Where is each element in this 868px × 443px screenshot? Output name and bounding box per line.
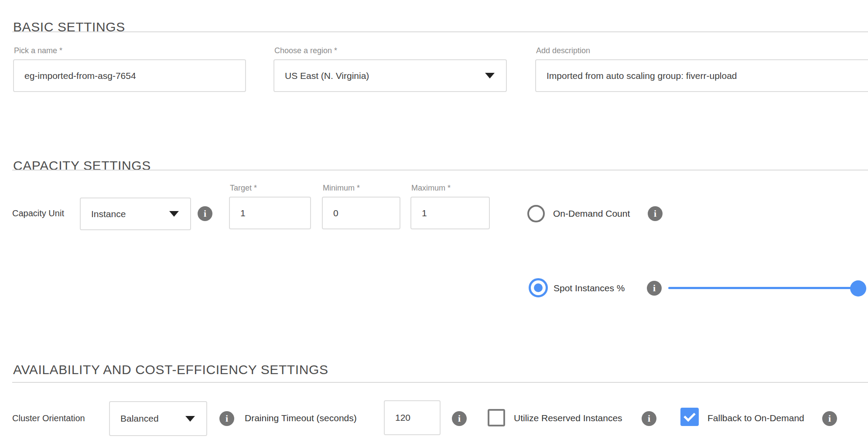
info-icon[interactable]: i <box>198 206 212 221</box>
spot-instances-label: Spot Instances % <box>554 283 625 293</box>
spot-percentage-slider-track[interactable] <box>668 287 858 289</box>
minimum-field-group: Minimum * <box>322 184 400 229</box>
capacity-unit-select[interactable]: Instance <box>80 198 191 230</box>
checkmark-icon <box>683 409 696 422</box>
maximum-input[interactable] <box>410 197 490 229</box>
maximum-field-group: Maximum * <box>410 184 490 229</box>
fallback-to-on-demand-checkbox[interactable] <box>680 408 699 426</box>
utilize-reserved-instances-checkbox[interactable] <box>488 409 505 426</box>
target-input[interactable] <box>229 197 311 229</box>
maximum-field-label: Maximum * <box>411 184 490 193</box>
capacity-settings-title: CAPACITY SETTINGS <box>13 158 151 173</box>
region-field-group: Choose a region * US East (N. Virginia) <box>273 46 507 92</box>
availability-settings-title: AVAILABILITY AND COST-EFFICIENCY SETTING… <box>13 362 328 377</box>
elastigroup-settings-page: { "colors": { "accent_blue": "#4e92f6", … <box>0 0 868 443</box>
capacity-unit-label: Capacity Unit <box>12 208 64 218</box>
description-field-label: Add description <box>536 46 868 55</box>
draining-timeout-input[interactable] <box>384 400 441 435</box>
info-icon[interactable]: i <box>452 411 467 426</box>
minimum-field-label: Minimum * <box>323 184 400 193</box>
radio-dot-icon <box>534 283 543 292</box>
section-divider <box>12 382 868 383</box>
chevron-down-icon <box>185 416 195 422</box>
info-icon[interactable]: i <box>219 411 234 426</box>
description-field-group: Add description <box>535 46 868 92</box>
section-divider <box>12 31 868 32</box>
utilize-reserved-instances-label: Utilize Reserved Instances <box>514 413 622 423</box>
cluster-orientation-select[interactable]: Balanced <box>109 401 207 436</box>
target-field-group: Target * <box>229 184 311 229</box>
on-demand-count-label: On-Demand Count <box>553 208 630 219</box>
info-icon[interactable]: i <box>647 281 662 296</box>
section-divider <box>12 170 868 170</box>
name-input[interactable] <box>13 59 246 92</box>
info-icon[interactable]: i <box>648 206 663 221</box>
fallback-to-on-demand-label: Fallback to On-Demand <box>707 413 804 423</box>
region-select[interactable]: US East (N. Virginia) <box>273 59 507 92</box>
spot-instances-radio[interactable] <box>529 278 548 297</box>
info-icon[interactable]: i <box>642 411 656 426</box>
region-select-value: US East (N. Virginia) <box>285 71 369 81</box>
name-field-group: Pick a name * <box>13 46 246 92</box>
region-field-label: Choose a region * <box>274 46 507 55</box>
capacity-unit-select-value: Instance <box>91 209 126 219</box>
chevron-down-icon <box>485 73 495 78</box>
chevron-down-icon <box>169 211 179 217</box>
description-input[interactable] <box>535 59 868 92</box>
spot-percentage-slider-thumb[interactable] <box>850 280 866 296</box>
cluster-orientation-select-value: Balanced <box>120 413 159 424</box>
draining-timeout-label: Draining Timeout (seconds) <box>245 413 357 423</box>
target-field-label: Target * <box>230 184 311 193</box>
name-field-label: Pick a name * <box>14 46 246 55</box>
cluster-orientation-label: Cluster Orientation <box>12 413 85 423</box>
minimum-input[interactable] <box>322 197 400 229</box>
on-demand-count-radio[interactable] <box>527 205 545 222</box>
info-icon[interactable]: i <box>822 411 837 426</box>
